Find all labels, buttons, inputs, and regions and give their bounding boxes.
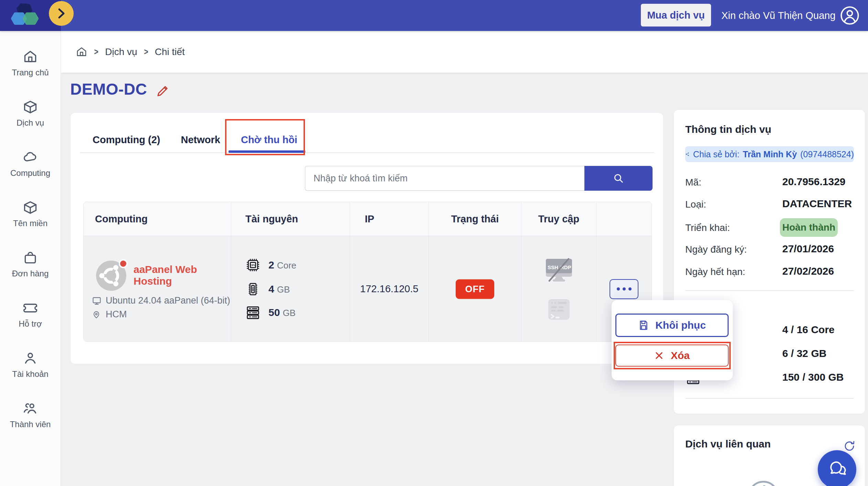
sidebar-item-label: Dịch vụ	[17, 118, 44, 128]
sidebar-item-label: Tài khoản	[12, 369, 48, 379]
column-header-ip: IP	[350, 202, 428, 236]
cpu-value: 2	[268, 259, 274, 271]
breadcrumb-item-services[interactable]: Dịch vụ	[105, 46, 137, 57]
refresh-button[interactable]	[843, 440, 856, 453]
sidebar-item-computing[interactable]: Computing	[3, 147, 58, 181]
svg-text:RAM: RAM	[252, 287, 254, 291]
resource-cpu-row: CPU 2Core	[245, 257, 296, 273]
usage-ram-value: 6 / 32 GB	[782, 348, 826, 359]
tab-computing[interactable]: Computing (2)	[93, 129, 160, 150]
tab-pending-recall[interactable]: Chờ thu hồi	[241, 129, 297, 150]
status-dot-offline	[119, 259, 128, 268]
vm-location-text: HCM	[106, 309, 127, 320]
row-actions-dropdown: Khôi phục Xóa	[612, 300, 733, 380]
package-icon	[23, 200, 38, 215]
column-header-status: Trạng thái	[428, 202, 521, 236]
vm-name-link[interactable]: aaPanel Web Hosting	[134, 264, 202, 287]
page-title: DEMO-DC	[70, 80, 147, 98]
tabs-divider	[80, 152, 654, 153]
sidebar-item-label: Trang chủ	[12, 68, 49, 77]
ubuntu-logo-icon	[96, 261, 126, 291]
edit-pencil-icon[interactable]	[156, 84, 170, 98]
person-circle-icon	[840, 6, 860, 25]
ssh-rdp-access-disabled[interactable]: SSH RDP	[545, 258, 573, 284]
shopping-bag-icon	[23, 250, 38, 265]
restore-button-label: Khôi phục	[655, 319, 706, 331]
map-pin-icon	[92, 310, 101, 319]
cell-ip: 172.16.120.5	[350, 236, 428, 342]
deploy-status-badge: Hoàn thành	[780, 218, 838, 237]
shared-by-name[interactable]: Trần Minh Kỳ	[743, 149, 797, 159]
save-floppy-icon	[638, 320, 649, 331]
info-label-expires: Ngày hết hạn:	[685, 266, 745, 277]
sidebar-item-orders[interactable]: Đơn hàng	[3, 247, 58, 282]
shared-by-prefix: Chia sẻ bởi:	[693, 149, 740, 159]
home-icon	[23, 49, 38, 64]
console-access-disabled[interactable]	[548, 298, 570, 322]
related-services-title: Dịch vụ liên quan	[685, 438, 771, 450]
vm-os-text: Ubuntu 24.04 aaPanel (64-bit)	[106, 295, 230, 306]
ram-stick-icon: RAM	[245, 281, 261, 297]
package-icon	[23, 99, 38, 115]
info-divider	[685, 290, 854, 291]
sidebar-item-label: Đơn hàng	[12, 269, 49, 278]
table-row: aaPanel Web Hosting Ubuntu 24.04 aaPanel…	[84, 236, 652, 342]
buy-service-button[interactable]: Mua dịch vụ	[641, 4, 711, 27]
console-icon	[548, 298, 570, 320]
sidebar-toggle-button[interactable]	[49, 1, 74, 26]
restore-button[interactable]: Khôi phục	[615, 314, 729, 337]
info-label-deploy: Triển khai:	[685, 222, 730, 233]
info-value-expires: 27/02/2026	[782, 265, 834, 277]
monitor-icon	[92, 296, 102, 306]
breadcrumb-item-detail[interactable]: Chi tiết	[155, 46, 185, 57]
breadcrumb-separator: >	[144, 46, 148, 57]
column-header-access: Truy cập	[521, 202, 596, 236]
chat-support-button[interactable]	[818, 450, 856, 486]
search-icon	[613, 172, 624, 184]
usage-disk-value: 150 / 300 GB	[782, 371, 844, 383]
ip-address: 172.16.120.5	[350, 236, 428, 342]
sidebar-item-members[interactable]: Thành viên	[3, 398, 58, 432]
disk-unit: GB	[283, 308, 296, 318]
home-icon[interactable]	[76, 46, 87, 58]
empty-state-info-icon	[748, 481, 779, 486]
storage-server-icon	[245, 305, 261, 320]
info-divider	[685, 398, 854, 399]
sidebar-item-home[interactable]: Trang chủ	[3, 46, 58, 81]
row-actions-more-button[interactable]	[610, 279, 638, 299]
sidebar-item-account[interactable]: Tài khoản	[3, 348, 58, 382]
sidebar-item-services[interactable]: Dịch vụ	[3, 96, 58, 131]
svg-text:SSH: SSH	[548, 264, 558, 270]
search-input[interactable]	[305, 166, 584, 191]
share-icon	[685, 150, 690, 158]
sidebar-item-domains[interactable]: Tên miền	[3, 197, 58, 231]
user-greeting: Xin chào Vũ Thiện Quang	[721, 0, 836, 31]
search-button[interactable]	[584, 166, 653, 191]
tab-network[interactable]: Network	[181, 129, 220, 150]
service-info-title: Thông tin dịch vụ	[685, 124, 771, 135]
disk-value: 50	[268, 307, 280, 318]
column-header-computing: Computing	[84, 202, 231, 236]
resource-ram-row: RAM 4GB	[245, 281, 290, 297]
shared-by-phone: (0974488524)	[800, 149, 854, 159]
user-avatar[interactable]	[840, 6, 860, 25]
delete-button[interactable]: Xóa	[615, 345, 729, 367]
status-badge-off: OFF	[456, 279, 494, 299]
resource-disk-row: 50GB	[245, 305, 296, 320]
cloud-icon	[22, 150, 38, 165]
ssh-rdp-monitor-icon: SSH RDP	[545, 258, 573, 282]
shared-by-pill: Chia sẻ bởi: Trần Minh Kỳ (0974488524)	[685, 146, 854, 162]
usage-cpu-value: 4 / 16 Core	[782, 324, 835, 336]
cell-resources: CPU 2Core RAM 4GB	[231, 236, 350, 342]
close-x-icon	[654, 351, 664, 360]
active-tab-indicator	[229, 150, 305, 153]
service-detail-card: Computing (2) Network Chờ thu hồi Comput…	[70, 113, 664, 364]
table-header-row: Computing Tài nguyên IP Trạng thái Truy …	[84, 202, 652, 236]
sidebar-nav: Trang chủ Dịch vụ Computing Tên miền Đơn…	[0, 31, 61, 486]
delete-button-label: Xóa	[671, 350, 690, 361]
chevron-right-icon	[56, 8, 66, 19]
sidebar-item-label: Thành viên	[10, 420, 51, 429]
info-value-registered: 27/01/2026	[782, 243, 834, 255]
info-label-code: Mã:	[685, 177, 701, 188]
sidebar-item-support[interactable]: Hỗ trợ	[3, 297, 58, 332]
